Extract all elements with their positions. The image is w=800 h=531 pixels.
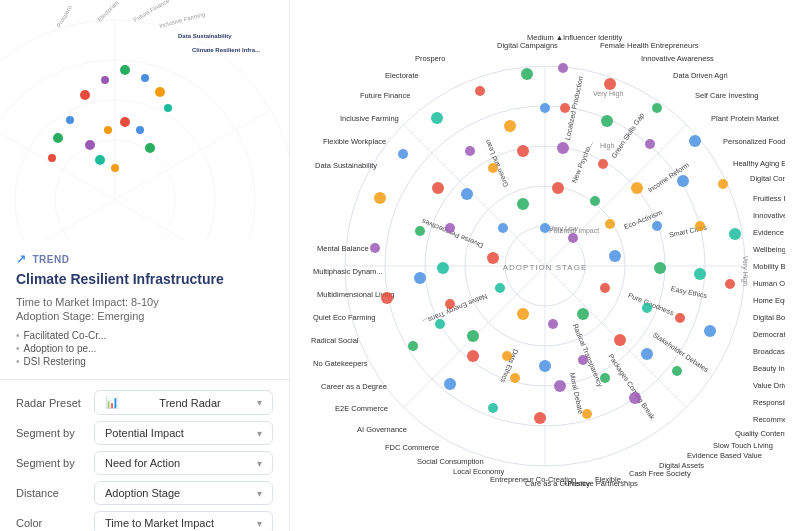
svg-text:Stakeholder Debates: Stakeholder Debates [652,330,711,373]
svg-text:Fruitless Health Entrepreneur: Fruitless Health Entrepreneur [753,194,785,203]
svg-point-186 [398,149,408,159]
svg-point-165 [465,146,475,156]
svg-point-177 [629,392,641,404]
segment-by-2-label: Segment by [16,457,86,469]
svg-point-187 [431,112,443,124]
svg-point-143 [445,299,455,309]
svg-point-146 [461,188,473,200]
svg-text:Green and Lean: Green and Lean [484,138,510,188]
svg-text:E2E Commerce: E2E Commerce [335,404,388,413]
svg-text:Easy Ethics: Easy Ethics [670,284,708,300]
svg-point-150 [601,115,613,127]
segment-by-2-select[interactable]: Need for Action ▾ [94,451,273,475]
svg-text:Future Finance: Future Finance [133,0,172,23]
svg-point-176 [672,366,682,376]
svg-text:Social Consumption: Social Consumption [417,457,484,466]
svg-point-18 [141,74,149,82]
svg-text:Entrepreneur Co-Creation: Entrepreneur Co-Creation [490,475,576,484]
svg-text:Prospero: Prospero [56,4,74,29]
svg-point-121 [590,196,600,206]
svg-point-156 [641,348,653,360]
svg-point-118 [540,223,550,233]
svg-point-124 [600,283,610,293]
radar-preset-label: Radar Preset [16,397,86,409]
color-value: Time to Market Impact [105,517,214,529]
trend-tag-1: Facilitated Co-Cr... [16,330,273,341]
svg-text:Evidence & Awareness: Evidence & Awareness [753,228,785,237]
svg-point-153 [695,221,705,231]
distance-value: Adoption Stage [105,487,180,499]
trend-tag-2: Adoption to pe... [16,343,273,354]
svg-point-123 [609,250,621,262]
color-select[interactable]: Time to Market Impact ▾ [94,511,273,531]
svg-point-147 [488,163,498,173]
svg-point-151 [645,139,655,149]
svg-text:Value Driven Delivery: Value Driven Delivery [753,381,785,390]
distance-select[interactable]: Adoption Stage ▾ [94,481,273,505]
svg-point-166 [504,120,516,132]
svg-point-139 [578,355,588,365]
svg-text:Broadcast Self: Broadcast Self [753,347,785,356]
svg-point-145 [445,223,455,233]
trend-tags: Facilitated Co-Cr... Adoption to pe... D… [16,330,273,367]
svg-point-27 [136,126,144,134]
svg-point-15 [80,90,90,100]
svg-text:Data Sustainability: Data Sustainability [315,161,377,170]
svg-text:Local Economy: Local Economy [453,467,505,476]
svg-point-133 [598,159,608,169]
svg-text:Inclusive Farming: Inclusive Farming [340,114,399,123]
segment-by-1-label: Segment by [16,427,86,439]
svg-point-180 [488,403,498,413]
svg-point-132 [557,142,569,154]
svg-point-158 [554,380,566,392]
svg-point-137 [642,303,652,313]
svg-text:Home Equity: Home Equity [753,296,785,305]
svg-point-167 [540,103,550,113]
segment-by-2-chevron: ▾ [257,458,262,469]
svg-text:New Psycho...: New Psycho... [570,139,595,183]
svg-point-157 [600,373,610,383]
svg-point-136 [654,262,666,274]
svg-point-125 [577,308,589,320]
radar-preset-select[interactable]: 📊 Trend Radar ▾ [94,390,273,415]
svg-point-175 [704,325,716,337]
svg-text:Recommerce Revolution: Recommerce Revolution [753,415,785,424]
svg-text:FDC Commerce: FDC Commerce [385,443,439,452]
svg-point-149 [560,103,570,113]
svg-line-5 [115,110,270,200]
radar-preset-value: Trend Radar [159,397,220,409]
segment-by-1-row: Segment by Potential Impact ▾ [16,421,273,445]
radar-preset-row: Radar Preset 📊 Trend Radar ▾ [16,390,273,415]
svg-text:Responsible Telehealth: Responsible Telehealth [753,398,785,407]
segment-by-1-value: Potential Impact [105,427,184,439]
svg-text:Democratization of Education: Democratization of Education [753,330,785,339]
svg-point-120 [552,182,564,194]
svg-point-148 [517,145,529,157]
svg-point-130 [498,223,508,233]
svg-point-22 [53,133,63,143]
svg-point-119 [568,233,578,243]
segment-by-1-select[interactable]: Potential Impact ▾ [94,421,273,445]
svg-point-21 [66,116,74,124]
svg-text:Mental Balance: Mental Balance [317,244,369,253]
trend-label: ↗ TREND [16,252,273,266]
svg-point-170 [652,103,662,113]
svg-text:Beauty Inclusivity: Beauty Inclusivity [753,364,785,373]
left-panel: Prospero Electorate Future Finance Inclu… [0,0,290,531]
color-row: Color Time to Market Impact ▾ [16,511,273,531]
controls-panel: Radar Preset 📊 Trend Radar ▾ Segment by … [0,380,289,531]
distance-row: Distance Adoption Stage ▾ [16,481,273,505]
radar-preset-icon: 📊 [105,396,119,409]
svg-point-188 [475,86,485,96]
svg-text:No Gatekeepers: No Gatekeepers [313,359,368,368]
svg-text:Healthy Aging Environments: Healthy Aging Environments [733,159,785,168]
svg-text:Very High: Very High [593,90,623,98]
svg-text:Electorate: Electorate [385,71,419,80]
svg-point-163 [415,226,425,236]
svg-point-134 [631,182,643,194]
svg-text:Multiphasic Dynam...: Multiphasic Dynam... [313,267,383,276]
segment-by-2-row: Segment by Need for Action ▾ [16,451,273,475]
svg-point-179 [534,412,546,424]
svg-point-25 [104,126,112,134]
svg-text:Green Skills Gap: Green Skills Gap [610,111,646,159]
